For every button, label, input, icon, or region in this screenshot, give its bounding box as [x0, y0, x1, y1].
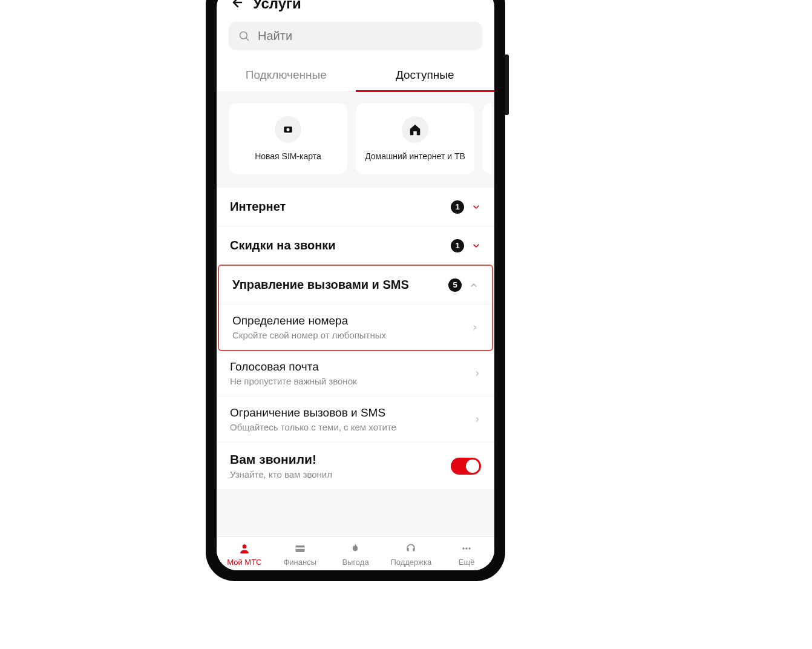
nav-label: Поддержка: [390, 558, 431, 567]
chevron-right-icon: [474, 370, 481, 377]
home-icon: [402, 116, 428, 143]
svg-point-7: [465, 547, 467, 549]
item-restrict-calls[interactable]: Ограничение вызовов и SMS Общайтесь толь…: [217, 397, 494, 443]
highlight-annotation: Управление вызовами и SMS 5 Определение …: [218, 265, 493, 351]
promo-cards-row[interactable]: Новая SIM-карта Домашний интернет и ТВ: [217, 103, 494, 174]
search-box[interactable]: [229, 22, 482, 50]
item-title: Ограничение вызовов и SMS: [230, 406, 467, 420]
count-badge: 1: [451, 239, 464, 252]
search-icon: [238, 30, 250, 42]
fire-icon: [349, 542, 362, 555]
phone-frame: Услуги Подключенные Доступные Новая SIM-…: [206, 0, 505, 581]
toggle-you-called[interactable]: [451, 458, 481, 475]
sim-icon: [275, 116, 301, 143]
category-title: Интернет: [230, 200, 444, 214]
tabs: Подключенные Доступные: [217, 60, 494, 92]
header: Услуги: [217, 0, 494, 18]
nav-finance[interactable]: Финансы: [272, 542, 328, 567]
item-text: Определение номера Скройте свой номер от…: [232, 314, 464, 340]
item-text: Вам звонили! Узнайте, кто вам звонил: [230, 452, 444, 479]
nav-label: Ещё: [459, 558, 475, 567]
chevron-right-icon: [474, 416, 481, 423]
tab-connected[interactable]: Подключенные: [217, 60, 356, 91]
item-voicemail[interactable]: Голосовая почта Не пропустите важный зво…: [217, 351, 494, 397]
item-desc: Не пропустите важный звонок: [230, 376, 467, 386]
item-you-called[interactable]: Вам звонили! Узнайте, кто вам звонил: [217, 443, 494, 489]
item-text: Ограничение вызовов и SMS Общайтесь толь…: [230, 406, 467, 432]
tab-available[interactable]: Доступные: [356, 60, 495, 91]
card-label: Новая SIM-карта: [255, 151, 321, 161]
card-new-sim[interactable]: Новая SIM-карта: [229, 103, 347, 174]
nav-benefit[interactable]: Выгода: [328, 542, 384, 567]
card-label: Домашний интернет и ТВ: [365, 151, 465, 161]
wallet-icon: [293, 542, 307, 555]
category-calls-sms[interactable]: Управление вызовами и SMS 5: [219, 266, 492, 305]
category-title: Управление вызовами и SMS: [232, 278, 441, 292]
nav-label: Мой МТС: [227, 558, 261, 567]
card-peek[interactable]: [483, 103, 491, 174]
headset-icon: [404, 542, 417, 555]
content-area: Новая SIM-карта Домашний интернет и ТВ И…: [217, 92, 494, 536]
item-title: Голосовая почта: [230, 360, 467, 374]
phone-side-button: [505, 54, 509, 115]
nav-more[interactable]: Ещё: [439, 542, 494, 567]
item-desc: Скройте свой номер от любопытных: [232, 330, 464, 340]
search-input[interactable]: [258, 29, 473, 43]
nav-my-mts[interactable]: Мой МТС: [217, 542, 272, 567]
svg-point-8: [468, 547, 470, 549]
count-badge: 1: [451, 200, 464, 214]
svg-rect-5: [295, 547, 304, 549]
more-icon: [460, 542, 473, 555]
svg-point-3: [243, 544, 247, 549]
categories-list: Интернет 1 Скидки на звонки 1 Управление…: [217, 188, 494, 489]
page-title: Услуги: [253, 0, 301, 12]
item-desc: Узнайте, кто вам звонил: [230, 469, 444, 479]
nav-label: Финансы: [283, 558, 316, 567]
chevron-down-icon: [471, 202, 481, 212]
item-desc: Общайтесь только с теми, с кем хотите: [230, 422, 467, 432]
screen: Услуги Подключенные Доступные Новая SIM-…: [217, 0, 494, 570]
item-title: Определение номера: [232, 314, 464, 328]
person-icon: [238, 542, 251, 555]
chevron-up-icon: [469, 280, 479, 290]
chevron-down-icon: [471, 241, 481, 251]
category-title: Скидки на звонки: [230, 239, 444, 252]
item-title: Вам звонили!: [230, 452, 444, 467]
card-home-internet[interactable]: Домашний интернет и ТВ: [356, 103, 474, 174]
chevron-right-icon: [471, 324, 479, 331]
back-arrow-icon[interactable]: [229, 0, 243, 12]
svg-point-6: [462, 547, 464, 549]
item-text: Голосовая почта Не пропустите важный зво…: [230, 360, 467, 386]
category-discounts[interactable]: Скидки на звонки 1: [217, 226, 494, 265]
item-caller-id[interactable]: Определение номера Скройте свой номер от…: [219, 305, 492, 350]
nav-support[interactable]: Поддержка: [383, 542, 439, 567]
svg-point-2: [287, 128, 290, 131]
category-internet[interactable]: Интернет 1: [217, 188, 494, 226]
count-badge: 5: [448, 278, 462, 292]
nav-label: Выгода: [342, 558, 368, 567]
bottom-nav: Мой МТС Финансы Выгода Поддержка: [217, 536, 494, 570]
